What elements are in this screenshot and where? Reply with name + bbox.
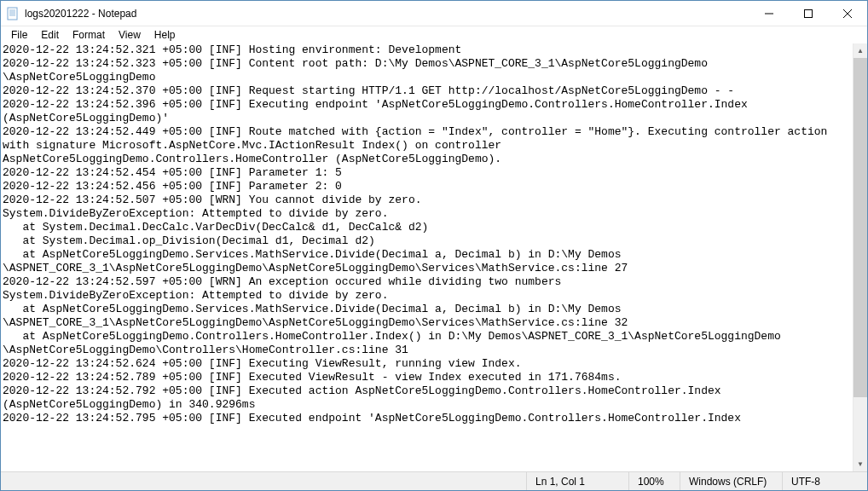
maximize-button[interactable] bbox=[789, 1, 828, 26]
menubar: File Edit Format View Help bbox=[1, 26, 867, 43]
text-editor[interactable]: 2020-12-22 13:24:52.321 +05:00 [INF] Hos… bbox=[1, 43, 853, 471]
menu-edit[interactable]: Edit bbox=[34, 27, 66, 43]
window-title: logs20201222 - Notepad bbox=[25, 8, 749, 20]
scroll-thumb[interactable] bbox=[854, 58, 867, 397]
menu-format[interactable]: Format bbox=[66, 27, 112, 43]
menu-help[interactable]: Help bbox=[148, 27, 182, 43]
titlebar: logs20201222 - Notepad bbox=[1, 1, 867, 26]
status-zoom: 100% bbox=[628, 472, 680, 490]
window-controls bbox=[749, 1, 867, 26]
scroll-track[interactable] bbox=[854, 58, 867, 457]
status-position: Ln 1, Col 1 bbox=[526, 472, 628, 490]
minimize-button[interactable] bbox=[749, 1, 789, 26]
svg-rect-6 bbox=[805, 9, 813, 17]
status-line-ending: Windows (CRLF) bbox=[680, 472, 782, 490]
menu-view[interactable]: View bbox=[112, 27, 148, 43]
statusbar: Ln 1, Col 1 100% Windows (CRLF) UTF-8 bbox=[1, 471, 867, 490]
notepad-icon bbox=[6, 7, 20, 20]
menu-file[interactable]: File bbox=[4, 27, 34, 43]
status-encoding: UTF-8 bbox=[782, 472, 867, 490]
close-button[interactable] bbox=[828, 1, 867, 26]
scroll-down-arrow[interactable]: ▼ bbox=[854, 457, 867, 471]
content-area: 2020-12-22 13:24:52.321 +05:00 [INF] Hos… bbox=[1, 43, 867, 471]
scroll-up-arrow[interactable]: ▲ bbox=[854, 43, 867, 58]
vertical-scrollbar[interactable]: ▲ ▼ bbox=[853, 43, 867, 471]
